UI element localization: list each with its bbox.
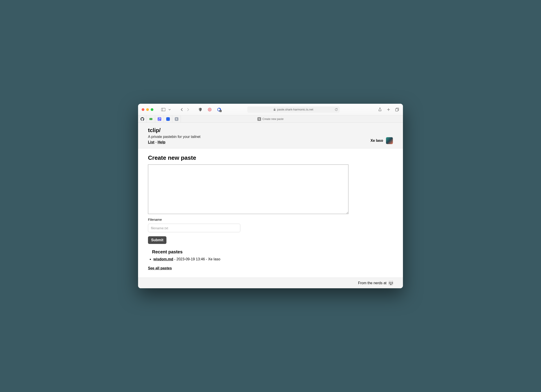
tab-title: Create new paste — [262, 117, 284, 121]
user-block: Xe Iaso — [370, 137, 393, 144]
submit-button[interactable]: Submit — [148, 236, 166, 244]
user-name: Xe Iaso — [370, 139, 383, 143]
favorites-bar: S — [138, 115, 181, 122]
recent-list: wisdom.md - 2023-09-19 13:46 - Xe Iaso — [153, 256, 393, 262]
filename-label: Filename — [148, 218, 393, 221]
tailscale-logo-icon — [389, 281, 393, 285]
browser-window: paste.shark-harmonic.ts.net — [138, 104, 403, 288]
app-title: tclip/ — [148, 127, 200, 133]
forward-button — [186, 107, 190, 112]
back-button[interactable] — [180, 107, 184, 112]
avatar[interactable] — [386, 137, 393, 144]
svg-rect-0 — [161, 108, 165, 111]
recent-heading: Recent pastes — [152, 249, 393, 255]
fav-item-4[interactable] — [164, 115, 172, 122]
footer-text: From the nerds at — [358, 281, 386, 285]
tab-bar: S S Create new paste — [138, 115, 403, 123]
list-item: wisdom.md - 2023-09-19 13:46 - Xe Iaso — [153, 256, 393, 262]
form-heading: Create new paste — [148, 154, 393, 161]
fav-item-5[interactable]: S — [172, 115, 181, 122]
footer: From the nerds at — [138, 277, 403, 288]
svg-point-9 — [151, 118, 152, 120]
share-icon[interactable] — [378, 107, 382, 112]
main-content: Create new paste Filename Submit Recent … — [138, 148, 403, 277]
nav-list-link[interactable]: List — [148, 140, 154, 144]
url-text: paste.shark-harmonic.ts.net — [277, 108, 313, 111]
sidebar-toggle-icon[interactable] — [161, 107, 166, 112]
titlebar: paste.shark-harmonic.ts.net — [138, 104, 403, 115]
tabs-overview-icon[interactable] — [395, 107, 399, 112]
filename-input[interactable] — [148, 224, 240, 232]
traffic-lights — [142, 108, 153, 111]
fav-item-2[interactable] — [147, 115, 155, 122]
paste-meta: - 2023-09-19 13:46 - Xe Iaso — [173, 257, 220, 261]
maximize-window-button[interactable] — [151, 108, 153, 111]
close-window-button[interactable] — [142, 108, 144, 111]
see-all-link[interactable]: See all pastes — [148, 266, 172, 270]
extension-icon[interactable] — [217, 107, 221, 112]
paste-textarea[interactable] — [148, 164, 349, 214]
svg-rect-6 — [274, 109, 276, 111]
page-header: tclip/ A private pastebin for your tailn… — [138, 123, 403, 148]
recent-section: Recent pastes wisdom.md - 2023-09-19 13:… — [148, 249, 393, 270]
fav-mastodon[interactable] — [155, 115, 164, 122]
url-bar[interactable]: paste.shark-harmonic.ts.net — [247, 107, 340, 113]
tab-favicon: S — [257, 117, 261, 121]
chevron-down-icon[interactable] — [167, 107, 172, 112]
lock-icon — [273, 108, 276, 111]
svg-rect-7 — [395, 109, 398, 111]
svg-point-3 — [209, 109, 210, 110]
fav-github[interactable] — [138, 115, 147, 122]
nav-help-link[interactable]: Help — [158, 140, 166, 144]
refresh-icon[interactable] — [335, 108, 338, 111]
paste-link[interactable]: wisdom.md — [153, 257, 173, 261]
new-tab-icon[interactable] — [386, 107, 391, 112]
shield-icon[interactable] — [198, 107, 203, 112]
app-tagline: A private pastebin for your tailnet — [148, 135, 200, 139]
privacy-icon[interactable] — [208, 107, 212, 112]
active-tab[interactable]: S Create new paste — [257, 115, 284, 122]
minimize-window-button[interactable] — [146, 108, 149, 111]
svg-point-2 — [208, 108, 211, 111]
header-nav: List - Help — [148, 140, 200, 144]
